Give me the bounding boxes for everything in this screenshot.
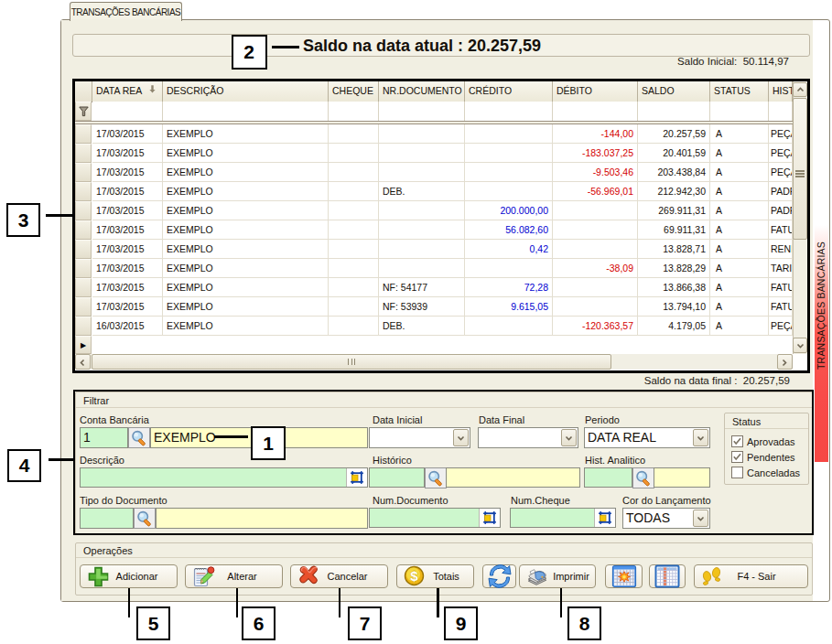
svg-text:$: $ xyxy=(410,568,418,584)
